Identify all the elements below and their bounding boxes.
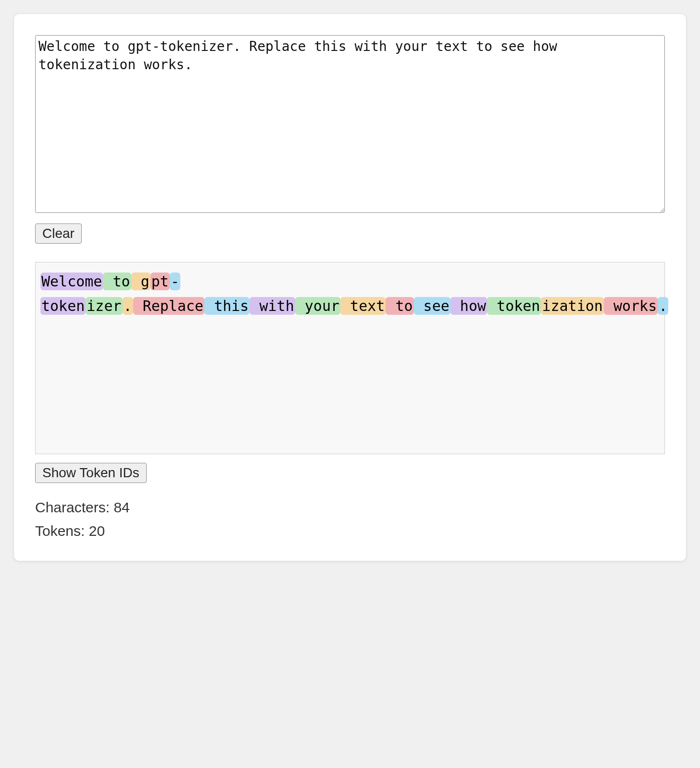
token: ization xyxy=(541,297,603,315)
tokens-stat: Tokens: 20 xyxy=(35,520,665,542)
token: Replace xyxy=(133,297,205,315)
token: izer xyxy=(86,297,122,315)
token: . xyxy=(658,297,668,315)
characters-label: Characters xyxy=(35,499,106,515)
token: text xyxy=(340,297,386,315)
characters-stat: Characters: 84 xyxy=(35,496,665,518)
token: . xyxy=(123,297,133,315)
text-input[interactable] xyxy=(35,35,665,213)
token: g xyxy=(131,273,150,290)
token: to xyxy=(103,273,131,290)
tokens-value: 20 xyxy=(89,523,105,539)
token: token xyxy=(40,297,86,315)
token: with xyxy=(250,297,295,315)
token: this xyxy=(204,297,250,315)
token: your xyxy=(295,297,340,315)
token: works xyxy=(604,297,658,315)
token: token xyxy=(487,297,541,315)
show-token-ids-button[interactable]: Show Token IDs xyxy=(35,463,147,483)
token-visualization-panel: Welcome to gpt-tokenizer. Replace this w… xyxy=(35,262,665,454)
token: to xyxy=(386,297,413,315)
tokens-label: Tokens xyxy=(35,523,81,539)
token: see xyxy=(414,297,450,315)
characters-value: 84 xyxy=(113,499,129,515)
stats-block: Characters: 84 Tokens: 20 xyxy=(35,496,665,542)
tokenizer-card: Clear Welcome to gpt-tokenizer. Replace … xyxy=(13,13,687,561)
token: pt xyxy=(150,273,170,290)
clear-button[interactable]: Clear xyxy=(35,223,82,244)
token: - xyxy=(170,273,180,290)
token: how xyxy=(450,297,487,315)
token: Welcome xyxy=(40,273,103,290)
